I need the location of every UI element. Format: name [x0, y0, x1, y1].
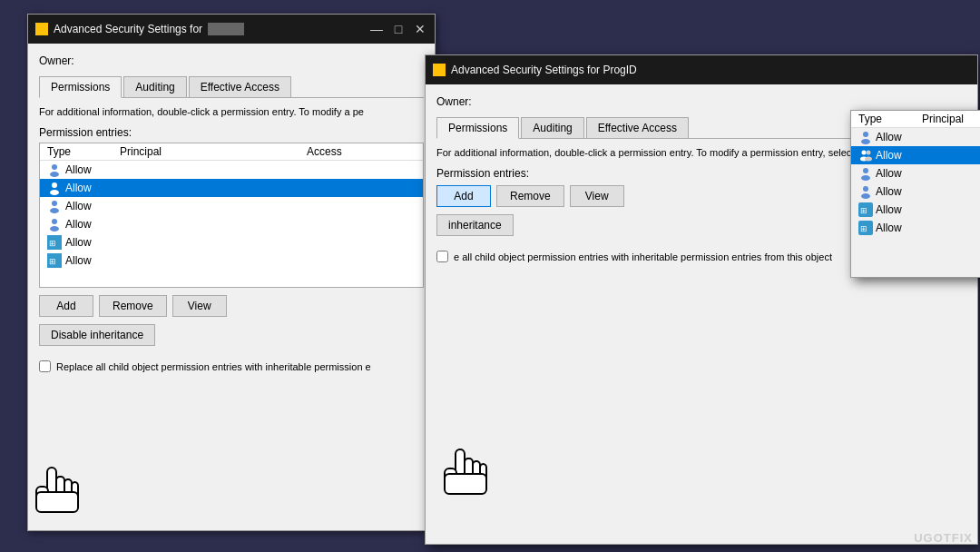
titlebar-title1: Advanced Security Settings for: [54, 23, 202, 35]
info-text1: For additional information, double-click…: [39, 105, 424, 119]
perm-row-2-4[interactable]: Allow: [851, 182, 977, 201]
perm-type-2-4: Allow: [858, 184, 922, 199]
add-button1[interactable]: Add: [39, 295, 93, 317]
owner-row2: Owner:: [436, 95, 966, 108]
titlebar2: Advanced Security Settings for ProgID: [426, 55, 977, 84]
svg-point-4: [52, 201, 57, 206]
perm-list2: Type Principal Access Inherited from All…: [850, 110, 977, 278]
perm-list-header1: Type Principal Access: [40, 143, 423, 161]
perm-type-2-6: ⊞ Allow: [858, 221, 922, 235]
user-multi-icon-2-2: [858, 148, 873, 163]
user-icon-2-1: [858, 130, 873, 144]
perm-type-1-1: Allow: [47, 163, 120, 177]
perm-row-2-3[interactable]: Allow: [851, 164, 977, 182]
add-button2[interactable]: Add: [436, 185, 491, 207]
view-button1[interactable]: View: [172, 295, 227, 317]
user-single-icon2: [47, 181, 62, 195]
system-icon1: ⊞: [47, 235, 62, 250]
perm-row-1-6[interactable]: ⊞ Allow: [40, 251, 423, 270]
tab2-effective-access[interactable]: Effective Access: [586, 117, 689, 138]
perm-type-1-5: ⊞ Allow: [47, 235, 120, 250]
col-principal-header2: Principal: [922, 113, 977, 125]
owner-row1: Owner:: [39, 54, 424, 67]
svg-point-16: [867, 151, 871, 155]
window2: Advanced Security Settings for ProgID Ow…: [425, 54, 978, 545]
svg-point-13: [861, 139, 870, 144]
remove-button1[interactable]: Remove: [99, 295, 167, 317]
perm-row-2-2[interactable]: Allow: [851, 146, 977, 164]
checkbox-row1: Replace all child object permission entr…: [39, 360, 424, 372]
checkbox-label1: Replace all child object permission entr…: [56, 361, 371, 372]
titlebar-icon2: [433, 64, 446, 76]
perm-row-1-3[interactable]: Allow: [40, 197, 423, 215]
svg-point-5: [50, 208, 59, 213]
svg-text:⊞: ⊞: [49, 257, 56, 266]
replace-checkbox2[interactable]: [436, 251, 448, 262]
perm-row-1-5[interactable]: ⊞ Allow: [40, 233, 423, 251]
svg-point-3: [50, 190, 59, 195]
svg-point-20: [863, 186, 868, 192]
perm-list-header2: Type Principal Access Inherited from: [851, 111, 977, 128]
perm-type-1-2: Allow: [47, 181, 120, 195]
disable-inheritance-btn2[interactable]: inheritance: [436, 214, 514, 236]
titlebar-controls1: ― □ ✕: [369, 22, 427, 36]
owner-label1: Owner:: [39, 54, 74, 67]
tabs1: Permissions Auditing Effective Access: [39, 76, 424, 98]
perm-type-2-1: Allow: [858, 130, 922, 144]
col-type-header2: Type: [858, 113, 922, 125]
svg-point-2: [52, 182, 57, 188]
perm-row-2-1[interactable]: Allow: [851, 128, 977, 146]
svg-point-21: [861, 193, 870, 199]
perm-row-2-5[interactable]: ⊞ Allow: [851, 201, 977, 219]
col-principal-header1: Principal: [120, 145, 307, 158]
perm-type-1-4: Allow: [47, 217, 120, 232]
user-single-icon3: [47, 199, 62, 213]
svg-point-19: [861, 175, 870, 181]
svg-point-18: [863, 168, 868, 173]
view-button2[interactable]: View: [570, 185, 624, 207]
minimize-btn1[interactable]: ―: [369, 22, 384, 36]
system-icon-2-5: ⊞: [858, 202, 873, 217]
user-icon-2-4: [858, 184, 873, 199]
col-access-header1: Access: [307, 145, 416, 158]
perm-type-1-6: ⊞ Allow: [47, 253, 120, 268]
perm-row-2-6[interactable]: ⊞ Allow: [851, 219, 977, 237]
tab1-auditing[interactable]: Auditing: [123, 76, 186, 97]
perm-type-2-3: Allow: [858, 166, 922, 181]
titlebar-title2: Advanced Security Settings for ProgID: [451, 64, 637, 76]
svg-point-12: [863, 132, 868, 137]
maximize-btn1[interactable]: □: [391, 22, 406, 36]
svg-point-7: [50, 226, 59, 232]
perm-type-2-2: Allow: [858, 148, 922, 163]
user-icon-2-3: [858, 166, 873, 181]
window1: Advanced Security Settings for ― □ ✕ Own…: [27, 14, 436, 531]
svg-point-17: [865, 157, 872, 162]
user-single-icon4: [47, 217, 62, 232]
system-icon-2-6: ⊞: [858, 221, 873, 235]
svg-point-14: [862, 151, 867, 155]
disable-inheritance-btn1[interactable]: Disable inheritance: [39, 324, 155, 346]
svg-text:⊞: ⊞: [860, 224, 867, 233]
titlebar1: Advanced Security Settings for ― □ ✕: [28, 15, 435, 44]
owner-label2: Owner:: [436, 95, 472, 108]
tab1-permissions[interactable]: Permissions: [39, 76, 122, 98]
svg-point-6: [52, 219, 57, 224]
titlebar-icon1: [35, 23, 48, 35]
perm-row-1-1[interactable]: Allow: [40, 161, 423, 179]
tab2-auditing[interactable]: Auditing: [521, 117, 583, 138]
replace-checkbox1[interactable]: [39, 360, 51, 372]
checkbox-label2: e all child object permission entries wi…: [454, 251, 832, 262]
user-single-icon: [47, 163, 62, 177]
watermark: UGOTFIX: [914, 531, 973, 545]
close-btn1[interactable]: ✕: [413, 22, 427, 36]
remove-button2[interactable]: Remove: [496, 185, 564, 207]
tab1-effective-access[interactable]: Effective Access: [189, 76, 291, 97]
title-redacted1: [208, 23, 244, 35]
btn-row1: Add Remove View: [39, 295, 424, 317]
tab2-permissions[interactable]: Permissions: [436, 117, 519, 139]
perm-row-1-4[interactable]: Allow: [40, 215, 423, 233]
col-type-header1: Type: [47, 145, 120, 158]
perm-row-1-2[interactable]: Allow: [40, 179, 423, 197]
svg-text:⊞: ⊞: [49, 239, 56, 248]
svg-point-0: [52, 164, 57, 170]
